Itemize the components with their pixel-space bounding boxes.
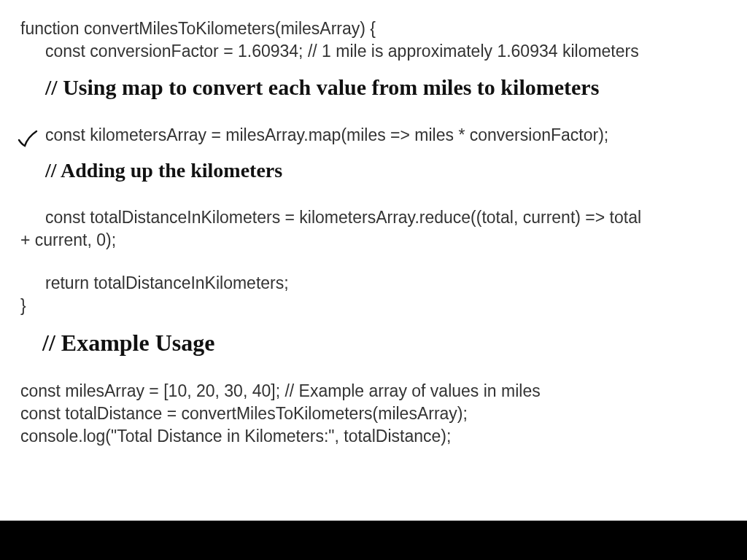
- code-line-reduce-b: + current, 0);: [20, 229, 727, 252]
- code-line-example-array: const milesArray = [10, 20, 30, 40]; // …: [20, 380, 727, 402]
- spacer: [20, 370, 727, 380]
- handwritten-comment-sum: // Adding up the kilometers: [20, 157, 727, 186]
- code-line-conversion-factor: const conversionFactor = 1.60934; // 1 m…: [20, 40, 727, 63]
- spacer: [20, 63, 727, 73]
- checkmark-icon: [18, 130, 38, 149]
- handwritten-comment-map: // Using map to convert each value from …: [20, 73, 727, 104]
- spacer: [20, 186, 727, 196]
- spacer: [20, 317, 727, 327]
- spacer: [20, 147, 727, 157]
- code-line-example-call: const totalDistance = convertMilesToKilo…: [20, 402, 727, 425]
- bottom-black-bar: [0, 521, 747, 560]
- spacer: [20, 114, 727, 124]
- code-line-return: return totalDistanceInKilometers;: [20, 272, 727, 295]
- document-page: function convertMilesToKilometers(milesA…: [0, 0, 747, 560]
- spacer: [20, 262, 727, 272]
- code-line-map: const kilometersArray = milesArray.map(m…: [20, 124, 727, 147]
- spacer: [20, 104, 727, 114]
- spacer: [20, 252, 727, 262]
- spacer: [20, 359, 727, 370]
- spacer: [20, 196, 727, 206]
- code-line-reduce-a: const totalDistanceInKilometers = kilome…: [20, 206, 727, 229]
- handwritten-comment-example: // Example Usage: [20, 327, 727, 359]
- code-line-console-log: console.log("Total Distance in Kilometer…: [20, 425, 727, 448]
- code-line-function-decl: function convertMilesToKilometers(milesA…: [20, 18, 727, 40]
- code-line-close-brace: }: [20, 295, 727, 317]
